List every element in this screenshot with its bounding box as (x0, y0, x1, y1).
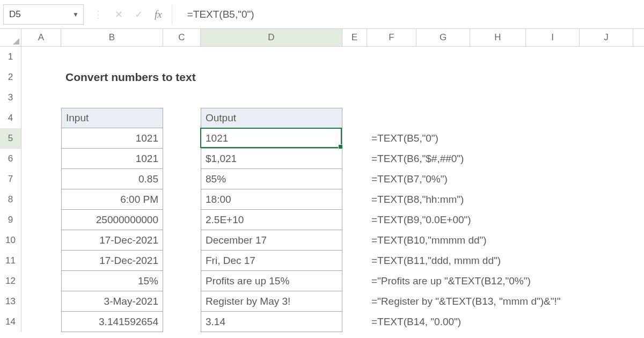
row-header[interactable]: 2 (0, 67, 21, 87)
row-header[interactable]: 5 (0, 128, 21, 149)
column-header-H[interactable]: H (470, 29, 526, 46)
cell-formula[interactable]: =TEXT(B6,"$#,##0") (367, 149, 468, 169)
chevron-down-icon[interactable]: ▼ (72, 11, 79, 18)
cancel-icon[interactable]: ✕ (115, 9, 123, 20)
row-header[interactable]: 8 (0, 189, 21, 210)
cell-input[interactable]: 1021 (61, 128, 163, 149)
cell[interactable] (342, 230, 367, 251)
column-header-A[interactable]: A (21, 29, 61, 46)
cell[interactable] (342, 271, 367, 291)
row-header[interactable]: 10 (0, 230, 21, 251)
row-header[interactable]: 14 (0, 312, 21, 332)
cell-output[interactable]: 18:00 (201, 189, 342, 210)
cell-output[interactable]: 3.14 (201, 312, 342, 332)
cell-formula[interactable]: =TEXT(B5,"0") (367, 128, 443, 149)
select-all-button[interactable] (0, 29, 21, 46)
cell-input[interactable]: 3-May-2021 (61, 291, 163, 312)
column-header-F[interactable]: F (367, 29, 416, 46)
cell-input[interactable]: 0.85 (61, 169, 163, 189)
cell[interactable] (342, 128, 367, 149)
cell[interactable] (342, 189, 367, 210)
cell[interactable] (163, 128, 201, 149)
cell-formula[interactable]: =TEXT(B11,"ddd, mmm dd") (367, 251, 505, 271)
column-header-I[interactable]: I (526, 29, 580, 46)
cell-output[interactable]: Register by May 3! (201, 291, 342, 312)
table-header-input[interactable]: Input (61, 108, 163, 128)
cell[interactable] (21, 312, 61, 332)
row-cells[interactable] (21, 87, 644, 108)
row-header[interactable]: 6 (0, 149, 21, 169)
table-row: 7 0.85 85% =TEXT(B7,"0%") (0, 169, 644, 189)
cell[interactable] (21, 291, 61, 312)
row-header[interactable]: 4 (0, 108, 21, 128)
cell[interactable] (163, 189, 201, 210)
cell[interactable] (163, 291, 201, 312)
cell-formula[interactable]: =TEXT(B10,"mmmm dd") (367, 230, 491, 251)
row-header[interactable]: 11 (0, 251, 21, 271)
cell-formula[interactable]: =TEXT(B9,"0.0E+00") (367, 210, 475, 230)
cell-output[interactable]: 1021 (201, 128, 342, 149)
cell[interactable] (21, 149, 61, 169)
enter-icon[interactable]: ✓ (135, 9, 143, 20)
name-box[interactable]: D5 ▼ (3, 4, 84, 25)
cell-input[interactable]: 3.141592654 (61, 312, 163, 332)
cell-formula[interactable]: =TEXT(B14, "0.00") (367, 312, 465, 332)
cell[interactable] (342, 210, 367, 230)
cell[interactable] (342, 291, 367, 312)
cell-formula[interactable]: ="Register by "&TEXT(B13, "mmm d")&"!" (367, 291, 565, 312)
cell[interactable] (342, 251, 367, 271)
cell[interactable] (163, 169, 201, 189)
column-header-B[interactable]: B (61, 29, 163, 46)
cell[interactable] (163, 230, 201, 251)
column-header-J[interactable]: J (580, 29, 633, 46)
column-header-C[interactable]: C (163, 29, 201, 46)
cell[interactable] (163, 251, 201, 271)
cell[interactable] (342, 149, 367, 169)
row-header[interactable]: 1 (0, 47, 21, 67)
row-header[interactable]: 9 (0, 210, 21, 230)
column-header-D[interactable]: D (201, 29, 342, 46)
cell[interactable] (21, 271, 61, 291)
cell-input[interactable]: 15% (61, 271, 163, 291)
cell-output[interactable]: Fri, Dec 17 (201, 251, 342, 271)
cell-formula[interactable]: ="Profits are up "&TEXT(B12,"0%") (367, 271, 535, 291)
cell-input[interactable]: 17-Dec-2021 (61, 230, 163, 251)
cell[interactable] (21, 128, 61, 149)
cell-output[interactable]: $1,021 (201, 149, 342, 169)
row-header[interactable]: 13 (0, 291, 21, 312)
cell[interactable] (163, 210, 201, 230)
cell-input[interactable]: 1021 (61, 149, 163, 169)
row-cells[interactable] (21, 47, 644, 67)
cell-input[interactable]: 17-Dec-2021 (61, 251, 163, 271)
cell[interactable] (21, 251, 61, 271)
cell-output[interactable]: 2.5E+10 (201, 210, 342, 230)
cell[interactable] (21, 108, 61, 128)
row-header[interactable]: 12 (0, 271, 21, 291)
cell-formula[interactable]: =TEXT(B7,"0%") (367, 169, 452, 189)
row-header[interactable]: 7 (0, 169, 21, 189)
cell-input[interactable]: 6:00 PM (61, 189, 163, 210)
column-header-E[interactable]: E (342, 29, 367, 46)
cell-input[interactable]: 25000000000 (61, 210, 163, 230)
cell[interactable] (342, 312, 367, 332)
cell[interactable] (163, 271, 201, 291)
cell-output[interactable]: 85% (201, 169, 342, 189)
cell-output[interactable]: Profits are up 15% (201, 271, 342, 291)
cell-formula[interactable]: =TEXT(B8,"hh:mm") (367, 189, 468, 210)
row-header[interactable]: 3 (0, 87, 21, 108)
cell[interactable] (342, 169, 367, 189)
table-header-output[interactable]: Output (201, 108, 342, 128)
cell[interactable] (163, 312, 201, 332)
cell[interactable] (21, 67, 61, 87)
row-cells[interactable]: Convert numbers to text (21, 67, 644, 87)
formula-input[interactable]: =TEXT(B5,"0") (172, 4, 641, 25)
cell[interactable] (21, 189, 61, 210)
column-header-G[interactable]: G (416, 29, 470, 46)
cell[interactable] (21, 230, 61, 251)
cell[interactable] (163, 149, 201, 169)
fx-icon[interactable]: fx (155, 9, 162, 20)
cell[interactable] (163, 108, 201, 128)
cell[interactable] (21, 169, 61, 189)
cell[interactable] (21, 210, 61, 230)
cell-output[interactable]: December 17 (201, 230, 342, 251)
